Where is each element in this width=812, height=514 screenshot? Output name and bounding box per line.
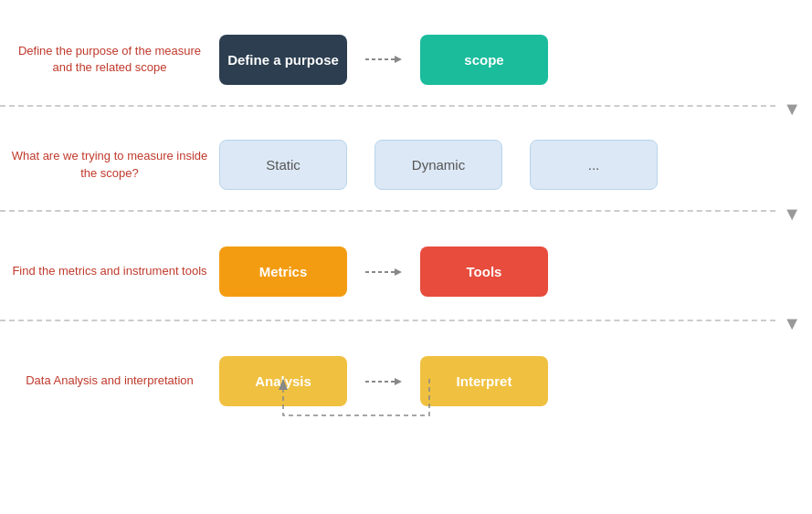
svg-marker-6	[279, 379, 288, 390]
feedback-loop-svg	[219, 379, 530, 461]
static-box[interactable]: Static	[219, 140, 347, 190]
scope-box[interactable]: scope	[420, 35, 548, 85]
dynamic-box[interactable]: Dynamic	[374, 140, 502, 190]
dashed-arrow-svg-1	[365, 54, 402, 65]
dashed-arrow-svg-2	[365, 267, 402, 278]
row-measure-types: What are we trying to measure inside the…	[0, 126, 812, 204]
row-metrics-tools: Find the metrics and instrument tools Me…	[0, 233, 812, 310]
tools-box[interactable]: Tools	[420, 247, 548, 297]
arrow-connector-1	[365, 54, 402, 65]
ellipsis-box[interactable]: ...	[530, 140, 658, 190]
svg-marker-3	[395, 268, 402, 276]
row1-content: Define a purpose scope	[219, 35, 812, 85]
side-arrow-2: ▼	[783, 204, 801, 225]
separator-2	[0, 210, 775, 212]
svg-marker-1	[395, 56, 402, 63]
row-define-purpose: Define the purpose of the measure and th…	[0, 18, 812, 100]
metrics-box[interactable]: Metrics	[219, 247, 347, 297]
side-arrow-3: ▼	[783, 313, 801, 334]
arrow-connector-2	[365, 267, 402, 278]
define-purpose-box[interactable]: Define a purpose	[219, 35, 347, 85]
side-arrow-1: ▼	[783, 99, 801, 120]
row3-label: Find the metrics and instrument tools	[0, 263, 219, 279]
separator-1	[0, 105, 775, 107]
row1-label: Define the purpose of the measure and th…	[0, 43, 219, 76]
row2-content: Static Dynamic ...	[219, 140, 812, 190]
separator-3	[0, 320, 775, 321]
diagram-container: ▼ ▼ ▼ Define the purpose of the measure …	[0, 0, 812, 514]
row4-label: Data Analysis and interpretation	[0, 372, 219, 389]
row3-content: Metrics Tools	[219, 247, 812, 297]
row2-label: What are we trying to measure inside the…	[0, 148, 219, 181]
